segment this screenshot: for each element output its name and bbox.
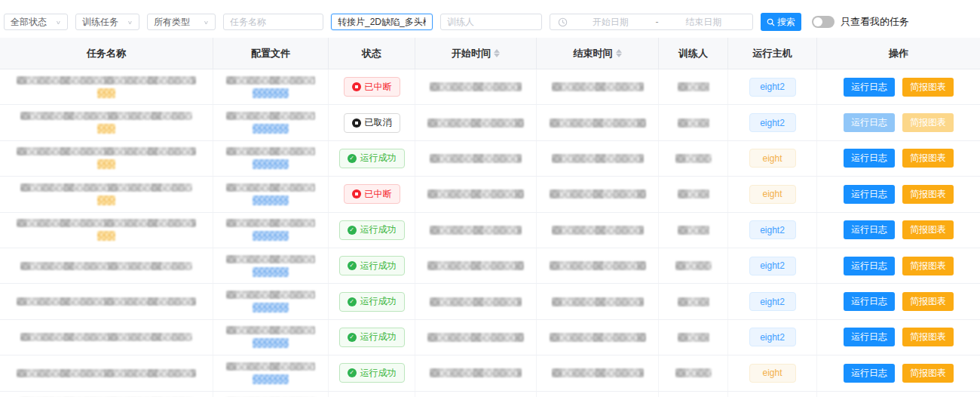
- report-chart-button[interactable]: 简报图表: [902, 149, 954, 168]
- table-row: 已取消 eight2 运行日志 简报图表: [0, 105, 980, 140]
- redacted-end-time: [552, 297, 644, 306]
- actions-cell: 运行日志 简报图表: [817, 320, 980, 355]
- redacted-config-file: [226, 183, 315, 192]
- host-badge: eight2: [749, 257, 796, 275]
- column-header-task-name: 任务名称: [0, 38, 213, 69]
- table-row: 运行成功 eight2 运行日志 简报图表: [0, 284, 980, 319]
- redacted-task-tag: [97, 88, 115, 98]
- redacted-start-time: [430, 82, 522, 91]
- end-time-cell: [537, 392, 659, 397]
- task-name-cell: [0, 177, 213, 211]
- redacted-config-link[interactable]: [253, 231, 289, 241]
- redacted-end-time: [552, 154, 644, 163]
- run-log-button[interactable]: 运行日志: [844, 185, 895, 204]
- report-chart-button[interactable]: 简报图表: [902, 364, 954, 383]
- redacted-task-name: [20, 183, 192, 192]
- run-log-button[interactable]: 运行日志: [844, 257, 895, 275]
- host-cell: eight2: [728, 248, 817, 283]
- redacted-config-file: [226, 112, 315, 120]
- run-log-button[interactable]: 运行日志: [844, 328, 895, 346]
- type-filter-value: 所有类型: [154, 16, 190, 29]
- report-chart-button[interactable]: 简报图表: [902, 113, 954, 132]
- run-log-button[interactable]: 运行日志: [844, 364, 895, 383]
- report-chart-button[interactable]: 简报图表: [902, 328, 954, 346]
- actions-cell: 运行日志 简报图表: [817, 177, 980, 211]
- redacted-start-time: [427, 118, 524, 128]
- redacted-config-link[interactable]: [253, 88, 289, 98]
- training-task-page: 全部状态 ∨ 训练任务 ∨ 所有类型 ∨ 开始日期 - 结束日期: [0, 0, 980, 397]
- search-name-input[interactable]: [331, 14, 433, 30]
- status-cell: 运行成功: [329, 355, 415, 390]
- task-name-input[interactable]: [223, 14, 323, 30]
- task-name-cell: [0, 392, 213, 397]
- table-header: 任务名称 配置文件 状态 开始时间 结束时间 训练人 运行主机: [0, 38, 980, 69]
- search-icon: [767, 18, 775, 26]
- run-log-button[interactable]: 运行日志: [844, 149, 895, 168]
- report-chart-button[interactable]: 简报图表: [902, 220, 954, 239]
- run-log-button[interactable]: 运行日志: [844, 78, 895, 97]
- redacted-start-time: [427, 261, 524, 270]
- redacted-end-time: [550, 261, 646, 270]
- host-badge: eight: [749, 149, 796, 168]
- run-log-button[interactable]: 运行日志: [844, 292, 895, 311]
- redacted-config-file: [226, 219, 315, 227]
- redacted-config-link[interactable]: [253, 374, 289, 384]
- config-file-cell: [213, 392, 329, 397]
- redacted-config-link[interactable]: [253, 267, 289, 277]
- start-time-sort-icon[interactable]: [494, 49, 500, 57]
- status-label: 已取消: [365, 116, 392, 129]
- report-chart-button[interactable]: 简报图表: [902, 292, 954, 311]
- run-log-button[interactable]: 运行日志: [844, 113, 895, 132]
- config-file-cell: [213, 248, 329, 283]
- host-cell: eight: [728, 355, 817, 390]
- redacted-config-link[interactable]: [253, 303, 289, 312]
- actions-cell: 运行日志 简报图表: [817, 105, 980, 140]
- category-filter-select[interactable]: 训练任务 ∨: [75, 14, 139, 30]
- actions-cell: 运行日志 简报图表: [817, 284, 980, 319]
- type-filter-select[interactable]: 所有类型 ∨: [147, 14, 216, 30]
- start-time-cell: [415, 69, 537, 104]
- task-name-cell: [0, 141, 213, 176]
- config-file-cell: [213, 105, 329, 140]
- report-chart-button[interactable]: 简报图表: [902, 78, 954, 97]
- redacted-config-link[interactable]: [253, 338, 289, 348]
- my-tasks-toggle-label: 只查看我的任务: [841, 15, 909, 29]
- run-log-button[interactable]: 运行日志: [844, 220, 895, 239]
- report-chart-button[interactable]: 简报图表: [902, 185, 954, 204]
- chevron-down-icon: ∨: [204, 19, 209, 25]
- trainer-cell: [659, 177, 728, 211]
- trainer-input[interactable]: [440, 14, 542, 30]
- end-time-sort-icon[interactable]: [616, 49, 622, 57]
- task-name-cell: [0, 213, 213, 248]
- status-filter-value: 全部状态: [11, 16, 47, 29]
- table-row: 已中断 eight 运行日志 简报图表: [0, 177, 980, 212]
- redacted-task-name: [17, 297, 196, 306]
- my-tasks-toggle[interactable]: [812, 16, 835, 28]
- redacted-config-link[interactable]: [253, 159, 289, 169]
- redacted-trainer: [678, 297, 709, 306]
- redacted-config-link[interactable]: [253, 195, 289, 205]
- table-row: 运行成功 eight2 运行日志 简报图表: [0, 392, 980, 397]
- redacted-task-tag: [97, 159, 115, 169]
- config-file-cell: [213, 320, 329, 355]
- host-cell: eight2: [728, 284, 817, 319]
- report-chart-button[interactable]: 简报图表: [902, 257, 954, 275]
- date-range-picker[interactable]: 开始日期 - 结束日期: [550, 14, 753, 30]
- config-file-cell: [213, 141, 329, 176]
- end-time-cell: [537, 69, 659, 104]
- status-label: 运行成功: [360, 331, 397, 343]
- status-badge: 已中断: [344, 77, 400, 97]
- host-badge: eight2: [749, 78, 796, 97]
- redacted-config-link[interactable]: [253, 124, 289, 134]
- start-time-cell: [415, 177, 537, 211]
- column-header-actions: 操作: [817, 38, 980, 69]
- end-time-cell: [537, 248, 659, 283]
- search-button[interactable]: 搜索: [761, 13, 801, 31]
- config-file-cell: [213, 177, 329, 211]
- redacted-trainer: [678, 118, 709, 128]
- trainer-cell: [659, 69, 728, 104]
- status-filter-select[interactable]: 全部状态 ∨: [4, 14, 68, 30]
- table-row: 运行成功 eight2 运行日志 简报图表: [0, 248, 980, 284]
- task-table: 任务名称 配置文件 状态 开始时间 结束时间 训练人 运行主机: [0, 38, 980, 397]
- redacted-trainer: [675, 154, 712, 163]
